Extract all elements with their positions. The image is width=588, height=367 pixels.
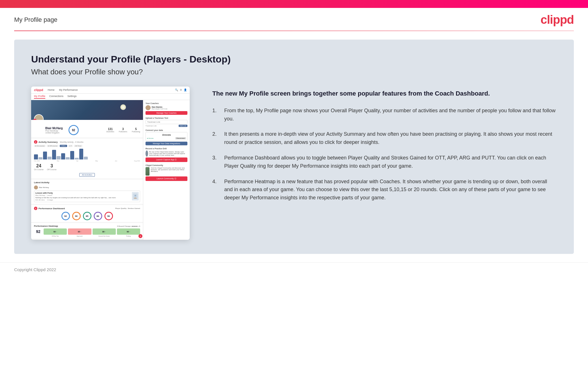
latest-activity-title: Latest Activity bbox=[34, 181, 140, 184]
list-num-3: 3. bbox=[212, 154, 220, 170]
subnav-settings: Settings bbox=[67, 95, 77, 99]
trackman-input[interactable]: Trackman Link bbox=[146, 120, 187, 124]
label-putting: Putting bbox=[117, 235, 140, 237]
manage-coaches-btn[interactable]: Manage Your Coaches bbox=[146, 111, 187, 115]
label-jun: Jun bbox=[115, 160, 117, 162]
connect-section: Connect your data Arccos ● Arccos Discon… bbox=[146, 129, 187, 145]
label-approach: Approach bbox=[68, 235, 91, 237]
manage-integrations-btn[interactable]: Manage Your Data Integrations bbox=[146, 142, 187, 145]
mockup-left-panel: 1 Blair McHarg Plus Handicap United King… bbox=[31, 100, 143, 240]
chart-labels: Feb 2021 Mar Apr May Jun Aug 2021 bbox=[34, 160, 140, 162]
connect-name: Arccos bbox=[147, 133, 186, 136]
performance-title: 3 Performance Dashboard Player Quality S… bbox=[34, 207, 140, 210]
community-text: Visit the Clippd Community and discover … bbox=[151, 167, 187, 172]
coach-name: Dan Davies bbox=[152, 106, 167, 108]
mockup-logo: clippd bbox=[34, 88, 43, 92]
search-icon: 🔍 bbox=[175, 88, 178, 91]
filter-1yr: 1 Y bbox=[68, 145, 73, 147]
list-item-1: 1. From the top, My Profile page now sho… bbox=[212, 107, 557, 123]
bar-12 bbox=[84, 157, 88, 159]
screenshot-column: clippd Home My Performance 🔍 ⚙ 👤 My Prof… bbox=[31, 87, 190, 240]
two-column-layout: clippd Home My Performance 🔍 ⚙ 👤 My Prof… bbox=[31, 87, 557, 240]
strokes-gained-toggle[interactable]: Strokes Gained bbox=[128, 208, 140, 209]
content-subtitle: What does your Profile show you? bbox=[31, 68, 557, 76]
profile-header-image: 1 bbox=[31, 100, 143, 120]
player-quality-toggle[interactable]: Player Quality bbox=[115, 208, 127, 209]
ring-overall: 92 bbox=[61, 212, 70, 220]
community-image bbox=[146, 167, 149, 176]
lesson-coach-info: Blair McHarg Lesson bbox=[35, 195, 130, 196]
header: My Profile page clippd bbox=[0, 8, 588, 31]
bar-5 bbox=[52, 150, 56, 159]
quality-ring: 92 bbox=[69, 125, 79, 135]
activity-player: Blair McHarg bbox=[39, 187, 49, 188]
svg-point-1 bbox=[134, 195, 136, 197]
all-activities-btn-area: All Activities bbox=[34, 172, 140, 177]
all-activities-btn[interactable]: All Activities bbox=[79, 173, 95, 177]
bar-10 bbox=[75, 158, 79, 159]
trackman-add-btn[interactable]: Add Link bbox=[179, 125, 187, 127]
label-may: May bbox=[95, 160, 98, 162]
trackman-label: Upload a Trackman Test bbox=[146, 117, 187, 119]
app-ring: 85 bbox=[83, 212, 91, 220]
list-num-1: 1. bbox=[212, 107, 220, 123]
ring-arg: 86 bbox=[94, 212, 102, 220]
settings-icon: ⚙ bbox=[180, 88, 182, 91]
trackman-row: Trackman Link Add Link bbox=[146, 125, 187, 127]
list-num-2: 2. bbox=[212, 130, 220, 146]
player-details: Blair McHarg Plus Handicap United Kingdo… bbox=[45, 127, 63, 134]
mockup-container: clippd Home My Performance 🔍 ⚙ 👤 My Prof… bbox=[31, 87, 190, 240]
user-icon: 👤 bbox=[184, 88, 187, 91]
community-section: Clippd Community Visit the Clippd Commun… bbox=[146, 164, 187, 181]
logo: clippd bbox=[540, 13, 574, 27]
bar-9 bbox=[70, 151, 74, 159]
offcourse-stat: 3 Off Course bbox=[47, 163, 57, 170]
followers-stat: 3 Followers bbox=[119, 128, 127, 133]
lesson-time: 01h 30 mins bbox=[35, 199, 45, 201]
content-title: Understand your Profile (Players - Deskt… bbox=[31, 54, 557, 65]
mockup-nav-icons: 🔍 ⚙ 👤 bbox=[175, 88, 187, 91]
mockup-nav-performance: My Performance bbox=[59, 88, 78, 91]
badge-3: 3 bbox=[34, 207, 37, 210]
bar-4 bbox=[48, 157, 52, 159]
ring-ott: 90 bbox=[72, 212, 81, 220]
community-card: Visit the Clippd Community and discover … bbox=[146, 167, 187, 176]
lesson-meta: 01h 30 mins 1 image bbox=[35, 199, 130, 201]
ring-putt: 96 bbox=[104, 212, 113, 220]
lesson-card: Lesson with Fonty Blair McHarg Lesson No… bbox=[34, 191, 140, 202]
activity-section: 2 Activity Summary Monthly Activity - 6 … bbox=[31, 139, 143, 178]
list-item-4: 4. Performance Heatmap is a new feature … bbox=[212, 178, 557, 202]
filter-offcourse: ● Off-course bbox=[47, 145, 58, 147]
badge-2: 2 bbox=[34, 140, 37, 144]
player-name: Blair McHarg bbox=[45, 127, 63, 130]
lesson-text: Nothing to feel like my targets are exis… bbox=[35, 197, 130, 198]
heatmap-app: 85 ↑↓ bbox=[68, 228, 91, 235]
activity-avatar bbox=[34, 185, 38, 189]
ring-app: 85 bbox=[83, 212, 91, 220]
heatmap-ott: 90 ↑↓ bbox=[44, 228, 67, 235]
label-feb: Feb 2021 bbox=[34, 160, 40, 162]
subnav-connections: Connections bbox=[49, 95, 63, 99]
connected-status: ● Arccos bbox=[147, 137, 153, 139]
badge-4: 4 bbox=[138, 234, 142, 238]
oncourse-value: 24 bbox=[34, 163, 44, 169]
performance-dashboard-section: 3 Performance Dashboard Player Quality S… bbox=[31, 205, 143, 222]
latest-activity-section: Latest Activity Blair McHarg Lesson with… bbox=[31, 180, 143, 204]
disconnect-btn[interactable]: Disconnect bbox=[175, 137, 186, 139]
activities-value: 131 bbox=[106, 128, 114, 131]
launch-capture-btn[interactable]: Launch Capture App ⓒ bbox=[146, 157, 187, 162]
lesson-type: Lesson bbox=[47, 195, 52, 196]
practice-label: Record a Practice Drill bbox=[146, 148, 187, 150]
offcourse-label: Off Course bbox=[47, 169, 57, 170]
launch-community-btn[interactable]: Launch Community ⓒ bbox=[146, 176, 187, 181]
ott-ring: 90 bbox=[72, 212, 81, 220]
list-text-3: Performance Dashboard allows you to togg… bbox=[224, 154, 557, 170]
activity-chart bbox=[34, 148, 140, 159]
heatmap-center: 92 bbox=[34, 229, 42, 234]
heatmap-title: Performance Heatmap 5 Round Change: ■■■■… bbox=[34, 225, 140, 227]
list-text-2: It then presents a more in-depth view of… bbox=[224, 130, 557, 146]
mockup-body: 1 Blair McHarg Plus Handicap United King… bbox=[31, 100, 190, 240]
trackman-link-label: Trackman Link bbox=[146, 125, 157, 127]
copyright: Copyright Clippd 2022 bbox=[14, 267, 56, 272]
putt-ring: 96 bbox=[104, 212, 113, 220]
